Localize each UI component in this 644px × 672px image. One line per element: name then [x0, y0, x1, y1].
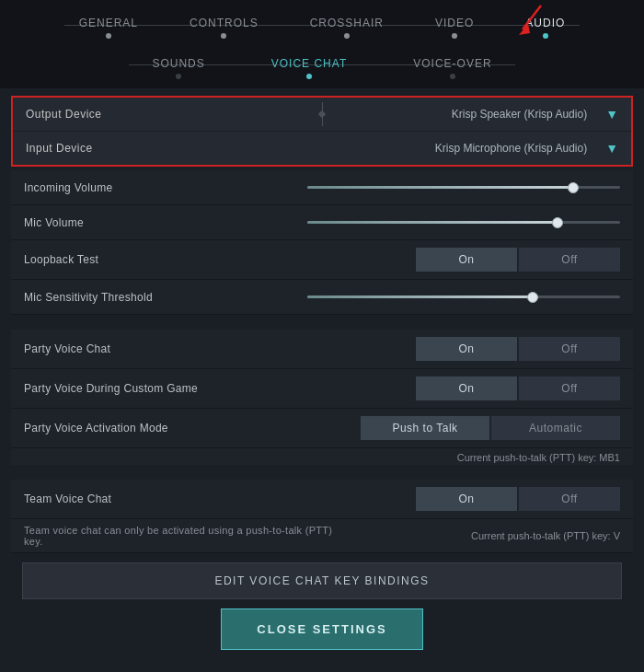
sub-nav: SOUNDS VOICE CHAT VOICE-OVER: [0, 48, 644, 88]
nav-tab-general[interactable]: GENERAL: [53, 9, 164, 48]
loopback-test-label: Loopback Test: [24, 253, 226, 266]
party-voice-activation-row: Party Voice Activation Mode Push to Talk…: [11, 409, 633, 448]
party-voice-activation-control: Push to Talk Automatic: [226, 416, 620, 440]
input-device-value: Krisp Microphone (Krisp Audio): [191, 142, 605, 155]
spacer-2: [11, 465, 633, 480]
team-voice-on-button[interactable]: On: [416, 487, 517, 511]
incoming-volume-label: Incoming Volume: [24, 181, 226, 194]
team-voice-chat-control: On Off: [226, 487, 620, 511]
team-ptt-info-control: Current push-to-talk (PTT) key: V: [337, 530, 620, 541]
output-dropdown-arrow[interactable]: ▼: [605, 107, 618, 122]
top-nav-items: GENERAL CONTROLS CROSSHAIR VIDEO AUDIO: [53, 9, 592, 48]
nav-tab-audio[interactable]: AUDIO: [500, 9, 591, 48]
loopback-on-button[interactable]: On: [416, 248, 517, 272]
red-arrow-indicator: [515, 4, 545, 40]
loopback-test-control: On Off: [226, 248, 620, 272]
mic-sensitivity-label: Mic Sensitivity Threshold: [24, 291, 226, 304]
mic-volume-control[interactable]: [226, 216, 620, 229]
center-decoration: [319, 102, 325, 126]
team-voice-note-row: Team voice chat can only be activated us…: [11, 519, 633, 553]
device-section: Output Device Krisp Speaker (Krisp Audio…: [11, 96, 633, 167]
nav-tab-crosshair[interactable]: CROSSHAIR: [284, 9, 409, 48]
nav-tab-controls[interactable]: CONTROLS: [164, 9, 284, 48]
loopback-toggle-group: On Off: [416, 248, 620, 272]
sub-tab-voice-over[interactable]: VOICE-OVER: [380, 52, 524, 88]
input-device-row[interactable]: Input Device Krisp Microphone (Krisp Aud…: [13, 132, 631, 165]
party-voice-chat-control: On Off: [226, 337, 620, 361]
sub-tab-sounds[interactable]: SOUNDS: [119, 52, 237, 88]
team-voice-note: Team voice chat can only be activated us…: [24, 525, 337, 547]
mic-volume-row: Mic Volume: [11, 205, 633, 240]
incoming-volume-slider[interactable]: [307, 181, 620, 194]
party-voice-on-button[interactable]: On: [416, 337, 517, 361]
input-dropdown-arrow[interactable]: ▼: [605, 141, 618, 156]
party-voice-custom-label: Party Voice During Custom Game: [24, 382, 226, 395]
settings-section: Incoming Volume Mic Volume: [11, 170, 633, 553]
sub-tab-voice-chat[interactable]: VOICE CHAT: [238, 52, 380, 88]
party-ptt-info: Current push-to-talk (PTT) key: MB1: [11, 448, 633, 465]
spacer-1: [11, 315, 633, 330]
automatic-button[interactable]: Automatic: [491, 416, 620, 440]
party-voice-custom-off-button[interactable]: Off: [519, 377, 620, 400]
party-voice-activation-label: Party Voice Activation Mode: [24, 422, 226, 434]
svg-line-0: [523, 6, 541, 29]
push-to-talk-button[interactable]: Push to Talk: [361, 416, 489, 440]
incoming-volume-row: Incoming Volume: [11, 170, 633, 205]
party-voice-custom-toggle-group: On Off: [416, 377, 620, 400]
team-ptt-info: Current push-to-talk (PTT) key: V: [471, 530, 620, 541]
output-device-value: Krisp Speaker (Krisp Audio): [191, 108, 605, 121]
team-voice-chat-row: Team Voice Chat On Off: [11, 480, 633, 519]
loopback-off-button[interactable]: Off: [519, 248, 620, 272]
team-voice-chat-label: Team Voice Chat: [24, 492, 226, 505]
mic-volume-label: Mic Volume: [24, 216, 226, 229]
team-voice-off-button[interactable]: Off: [519, 487, 620, 511]
party-voice-toggle-group: On Off: [416, 337, 620, 361]
top-nav: GENERAL CONTROLS CROSSHAIR VIDEO AUDIO: [0, 0, 644, 48]
loopback-test-row: Loopback Test On Off: [11, 240, 633, 280]
close-settings-button[interactable]: CLOSE SETTINGS: [221, 608, 423, 650]
main-content: Output Device Krisp Speaker (Krisp Audio…: [0, 88, 644, 657]
party-voice-custom-on-button[interactable]: On: [416, 377, 517, 400]
incoming-volume-control[interactable]: [226, 181, 620, 194]
team-voice-toggle-group: On Off: [416, 487, 620, 511]
mic-sensitivity-slider[interactable]: [307, 291, 620, 304]
party-activation-toggle-group: Push to Talk Automatic: [361, 416, 620, 440]
input-device-label: Input Device: [26, 142, 191, 155]
party-voice-chat-row: Party Voice Chat On Off: [11, 330, 633, 369]
mic-volume-slider[interactable]: [307, 216, 620, 229]
party-voice-custom-row: Party Voice During Custom Game On Off: [11, 369, 633, 409]
mic-sensitivity-control[interactable]: [226, 291, 620, 304]
mic-sensitivity-row: Mic Sensitivity Threshold: [11, 280, 633, 315]
output-device-label: Output Device: [26, 108, 191, 121]
party-voice-custom-control: On Off: [226, 377, 620, 400]
party-voice-off-button[interactable]: Off: [519, 337, 620, 361]
nav-tab-video[interactable]: VIDEO: [409, 9, 500, 48]
party-voice-chat-label: Party Voice Chat: [24, 342, 226, 355]
output-device-row[interactable]: Output Device Krisp Speaker (Krisp Audio…: [13, 98, 631, 132]
edit-bindings-button[interactable]: EDIT VOICE CHAT KEY BINDINGS: [22, 562, 622, 599]
